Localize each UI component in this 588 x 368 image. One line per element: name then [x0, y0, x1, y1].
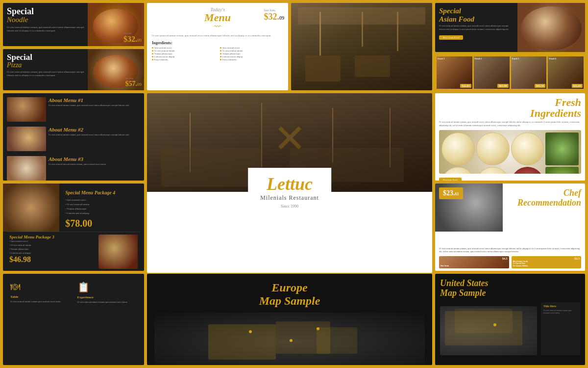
experience-desc: Ut wisi enim ad minim veniam quis nostru…	[77, 301, 137, 304]
about-menu-2-desc: Ut wisi enim ad minim veniam, quis nostr…	[49, 133, 129, 136]
map-dot-2	[290, 339, 293, 342]
egg-4	[441, 167, 475, 173]
asian-food-button[interactable]: Best Asian Food	[439, 35, 463, 40]
about-menu-1-img	[7, 97, 46, 122]
noodle-desc: Ut wisi enim ad minim veniam, quis nostr…	[7, 26, 84, 32]
table-element	[305, 55, 341, 81]
bottom-col-table: 🍽 Table Ut wisi enim ad minim veniam qui…	[10, 281, 70, 358]
eggs-photo	[439, 130, 581, 174]
food1-price: $32.01	[460, 84, 471, 88]
us-map-card: Title Here Ut wisi enim ad minim veniam …	[541, 302, 580, 355]
pkg4-items: • Quis nostrud exerci • Ut wisi enim ad …	[65, 198, 138, 215]
slide-food-grid: Food 1 $32.01 Food 2 $63.99 Food 3 $43.5…	[435, 55, 585, 90]
food3-price: $43.54	[535, 84, 546, 88]
noodle-price: $32.	[123, 35, 137, 43]
pizza-title: Special	[7, 53, 84, 61]
food-card-1: $4.5 Hot Steak	[439, 256, 509, 268]
food4-label: Food 4	[549, 57, 556, 60]
chef-title: Chef Recommendation	[517, 188, 581, 208]
slide-chef-recommendation: $23.61 Chef Recommendation Ut wisi enim …	[435, 184, 585, 271]
ceiling	[298, 7, 425, 25]
pkg3-price: $46.98	[9, 255, 96, 264]
slide-pizza: Special Pizza Ut wisi enim ad minim veni…	[3, 49, 144, 90]
menu-price-section: Start from, $32. 09	[264, 9, 285, 22]
card2-price: $3.5	[575, 257, 580, 260]
us-map-title: United States Map Sample	[440, 279, 580, 298]
chef-price: $23.	[443, 189, 455, 197]
experience-title: Experience	[77, 295, 137, 299]
slide-europe-map: Europe Map Sample	[147, 274, 432, 365]
about-menu-1: About Menu #1 Ut wisi enim ad minim veni…	[7, 97, 140, 122]
slide-special-menu-pkg: Special Menu Package 4 • Quis nostrud ex…	[3, 184, 144, 271]
about-menu-3: About Menu #3 Ut wisi enim ad min ad min…	[7, 156, 140, 181]
slide-us-map: United States Map Sample Title Here Ut w…	[435, 274, 585, 365]
ingredients-col1: Quis nostrud exerci Ut wisi enim ad mini…	[152, 46, 215, 61]
chef-cents: 61	[455, 192, 459, 196]
fresh-desc: Ut wisi enim ad minim veniam, quis nostr…	[439, 121, 581, 128]
pkg4-header: Special Menu Package 4	[65, 190, 138, 195]
pizza-desc: Ut wisi enim ad minim veniam, quis nostr…	[7, 70, 84, 77]
bottom-col-experience: 📋 Experience Ut wisi enim ad minim venia…	[77, 281, 137, 358]
us-map-dot	[493, 323, 496, 326]
asian-food-desc: Ut wisi enim ad minim veniam, quis nostr…	[439, 25, 513, 31]
menu-price: $32.	[264, 12, 280, 22]
food-card-2: $3.5 Bbq Tender Steak Get Special Price …	[512, 256, 582, 268]
cutlery-background-icon: ✕	[273, 115, 306, 161]
food-grid-2: Food 2 $63.99	[474, 56, 510, 89]
noodle-title: Special	[7, 7, 84, 16]
about-menu-2-img	[7, 127, 46, 151]
food2-price: $63.99	[497, 84, 509, 88]
slide-fresh-ingredients: Fresh Ingredients Ut wisi enim ad minim …	[435, 93, 585, 181]
lettuc-since: Since 1990	[260, 204, 319, 209]
veggie-2	[545, 167, 579, 173]
lettuc-logo-title: Lettuc	[260, 175, 319, 193]
card2-extra: On Summer Holiday	[513, 265, 528, 267]
pizza-cents: 09	[137, 82, 142, 87]
veggie-1	[545, 132, 579, 166]
pkg3-items: • Quis nostrud exerci • Ut wisi enim ad …	[9, 239, 96, 255]
ingredients-title: Ingredients:	[152, 41, 283, 45]
europe-map-visual	[154, 313, 425, 365]
table-desc: Ut wisi enim ad minim veniam quis nostru…	[10, 300, 70, 303]
lettuc-logo-box: Lettuc Milenials Restaurant Since 1990	[248, 168, 331, 216]
food2-label: Food 2	[475, 57, 482, 60]
pkg3-food-photo	[98, 235, 138, 269]
noodle-start-from: Start from,	[123, 32, 132, 34]
card1-label: Hot Steak	[441, 265, 449, 267]
slide-asian-food: Special Asian Food Ut wisi enim ad minim…	[435, 3, 585, 52]
noodle-cents: 09	[137, 38, 142, 43]
about-menu-3-desc: Ut wisi enim ad min ad minim veniam, qui…	[49, 163, 106, 166]
asian-food-photo	[517, 3, 585, 52]
fresh-title: Fresh Ingredients	[439, 97, 581, 119]
pizza-start-from: Start from,	[125, 77, 134, 79]
chef-price-badge: $23.61	[439, 187, 463, 199]
food1-label: Food 1	[438, 57, 445, 60]
us-card-desc: Ut wisi enim ad minim veniam quis nostru…	[543, 309, 578, 315]
egg-3	[511, 132, 544, 166]
tomato	[511, 167, 544, 173]
about-menu-3-title: About Menu #3	[49, 156, 106, 162]
slide-about-menu: About Menu #1 Ut wisi enim ad minim veni…	[3, 93, 144, 181]
ingredients-section: Ingredients: Quis nostrud exerci Ut wisi…	[147, 39, 288, 63]
europe-shape-3	[317, 327, 357, 354]
food-grid-4: Food 4 $22.65	[548, 56, 584, 89]
about-menu-2-title: About Menu #2	[49, 127, 129, 132]
egg-5	[476, 167, 510, 173]
pizza-price: $57.	[125, 80, 138, 87]
slide-lettuc-center: ✕ Lettuc Milenials Restaurant Since 1990	[147, 93, 432, 273]
ingredients-col2: Quis nostrud exerci Ut wisi enim ad mini…	[220, 46, 283, 61]
pkg4-price: $78.00	[65, 218, 138, 229]
experience-icon: 📋	[77, 281, 137, 293]
card2-sublabel: Get Special Price	[513, 263, 526, 264]
fresh-button[interactable]: Hygienic Food	[439, 178, 462, 181]
menu-cents: 09	[279, 15, 284, 21]
about-menu-1-title: About Menu #1	[49, 97, 129, 103]
about-menu-3-img	[7, 156, 46, 181]
card1-price: $4.5	[502, 257, 508, 260]
chef-food-cards: $4.5 Hot Steak $3.5 Bbq Tender Steak Get…	[439, 256, 581, 268]
food-grid-1: Food 1 $32.01	[437, 56, 472, 89]
presentation-grid: Special Noodle Ut wisi enim ad minim ven…	[0, 0, 588, 368]
pizza-subtitle: Pizza	[7, 61, 84, 69]
pkg3-header: Special Menu Package 3	[9, 235, 96, 239]
europe-shape	[208, 324, 276, 360]
